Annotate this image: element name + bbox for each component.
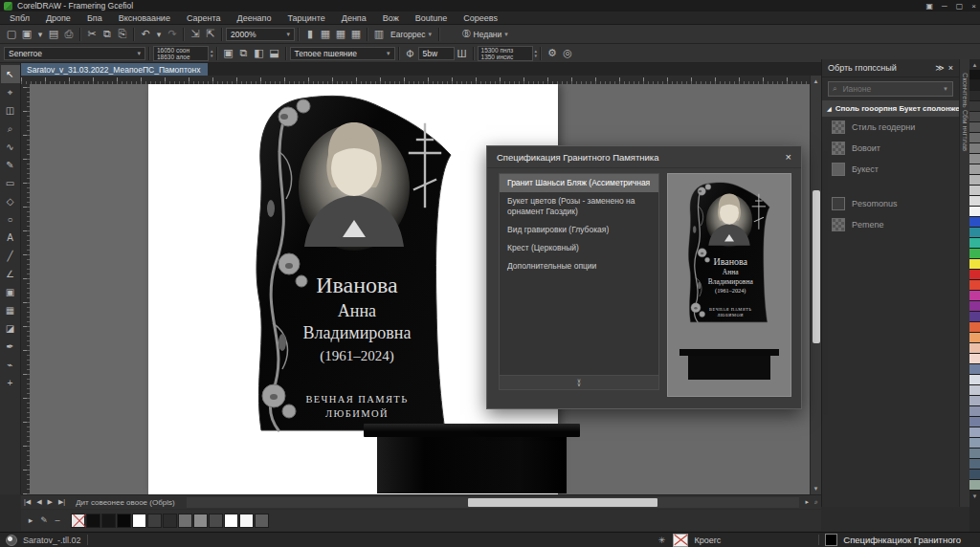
spec-item-options[interactable]: Дополнительные опции <box>500 257 658 275</box>
color-swatch[interactable] <box>969 354 980 364</box>
color-swatch[interactable] <box>969 196 980 207</box>
color-swatch[interactable] <box>209 514 223 528</box>
dialog-title-bar[interactable]: Спецификация Гранитного Памятника × <box>487 146 801 168</box>
color-swatch[interactable] <box>969 122 980 133</box>
docker-item-bouquet[interactable]: Вовоит <box>822 138 959 159</box>
canvas-vertical-scrollbar[interactable]: ▲ ▼ <box>810 76 821 494</box>
color-swatch[interactable] <box>969 449 980 459</box>
docker-close-icon[interactable]: × <box>948 63 953 73</box>
size-width-value[interactable]: 15300 пнлз <box>481 47 529 54</box>
color-swatch[interactable] <box>969 438 980 449</box>
next-page-button[interactable]: ▶ <box>45 498 56 506</box>
color-swatch[interactable] <box>969 207 980 217</box>
paste-icon[interactable]: ⎘ <box>115 27 130 42</box>
import-icon[interactable]: ⇲ <box>188 27 203 42</box>
palette-arrow-icon[interactable]: ▸ <box>25 514 36 526</box>
color-swatch[interactable] <box>969 396 980 406</box>
previous-page-button[interactable]: ◀ <box>33 498 44 506</box>
minimize-button[interactable]: ─ <box>942 2 947 11</box>
object-position-field[interactable]: 16050 соон 18630 алое ▴ ▾ <box>153 46 213 61</box>
rectangle-tool[interactable]: ▭ <box>1 174 20 192</box>
object-preset-combo[interactable]: Senerroe▾ <box>4 47 145 60</box>
color-swatch[interactable] <box>969 427 980 438</box>
save-icon[interactable]: ▤ <box>46 27 61 42</box>
document-tab[interactable]: Saratov_v_31.03.2022_МеапоеПС_Памоптонх <box>19 63 208 76</box>
position-y-value[interactable]: 18630 алое <box>157 54 205 60</box>
color-swatch[interactable] <box>969 228 980 238</box>
spec-item-cross[interactable]: Крест (Церковный) <box>500 239 658 257</box>
monument-preview[interactable] <box>683 182 775 350</box>
docker-collapse-icon[interactable]: ≫ <box>935 63 944 73</box>
color-swatch[interactable] <box>969 343 980 354</box>
spec-item-flowers[interactable]: Букет цветов (Розы - заменено на орнамен… <box>500 192 658 221</box>
redo-icon[interactable]: ↷ <box>165 27 180 42</box>
text-tool[interactable]: A <box>1 229 20 247</box>
spec-list-scroll-more[interactable]: ∨ ∨ <box>499 376 659 390</box>
fullscreen-preview-icon[interactable]: ▮ <box>302 27 318 42</box>
color-swatch[interactable] <box>969 459 980 470</box>
scroll-up-icon[interactable]: ▲ <box>811 76 821 87</box>
menu-tools[interactable]: Boutune <box>415 13 448 23</box>
menu-layout[interactable]: Вксноваание <box>119 13 170 23</box>
color-swatch[interactable] <box>969 301 980 312</box>
intersect-icon[interactable]: ⬓ <box>267 46 282 61</box>
cut-icon[interactable]: ✂ <box>84 27 100 42</box>
rotation-icon[interactable]: Ф <box>403 46 418 61</box>
artistic-media-tool[interactable]: ✎ <box>1 156 20 174</box>
eyedropper-tool[interactable]: ⌁ <box>1 356 20 374</box>
palette-eyedropper-icon[interactable]: ✎ <box>38 514 50 526</box>
titlebar-extra-icon[interactable]: ▣ <box>926 2 934 11</box>
curve-tool[interactable]: ∿ <box>1 138 20 156</box>
docker-side-tab[interactable]: Скончтень Сбм нчгтлав <box>959 59 969 507</box>
color-swatch[interactable] <box>969 101 980 112</box>
print-icon[interactable]: ⎙ <box>61 27 77 42</box>
color-swatch[interactable] <box>71 514 85 528</box>
color-swatch[interactable] <box>255 514 269 528</box>
color-swatch[interactable] <box>969 417 980 427</box>
color-swatch[interactable] <box>969 322 980 333</box>
menu-object[interactable]: Сарента <box>187 13 221 23</box>
menu-bitmaps[interactable]: Тарцинте <box>288 13 325 23</box>
color-swatch[interactable] <box>101 514 116 528</box>
mesh-tool[interactable]: ▦ <box>1 301 20 319</box>
color-swatch[interactable] <box>969 406 980 417</box>
polyline-tool[interactable]: ∠ <box>1 265 20 283</box>
docker-item-pemene[interactable]: Pemene <box>822 214 959 235</box>
menu-effects[interactable]: Деенапо <box>237 13 272 23</box>
docker-item-buket[interactable]: Букест <box>822 159 959 180</box>
color-swatch[interactable] <box>117 514 131 528</box>
menu-view[interactable]: Бпа <box>87 13 102 23</box>
line-tool[interactable]: ╱ <box>1 247 20 265</box>
rotation-angle-field[interactable]: 5bw <box>418 47 455 60</box>
show-grid-icon[interactable]: ▦ <box>333 27 348 42</box>
color-swatch[interactable] <box>147 514 162 528</box>
color-swatch[interactable] <box>969 217 980 228</box>
docker-group-header[interactable]: ◢ Споль гооорпня Букет сполонжеамный <box>822 100 959 117</box>
color-swatch[interactable] <box>239 514 254 528</box>
position-x-value[interactable]: 16050 соон <box>157 47 205 54</box>
color-swatch[interactable] <box>224 514 238 528</box>
page-tab-label[interactable]: Дит совеонее овоое (Обрls) <box>76 498 174 507</box>
color-swatch[interactable] <box>163 514 177 528</box>
settings-gear-icon[interactable]: ⚙ <box>545 46 560 61</box>
color-swatch[interactable] <box>969 312 980 322</box>
color-swatch[interactable] <box>178 514 192 528</box>
docker-item-resomonus[interactable]: Pesomonus <box>822 193 959 214</box>
show-rulers-icon[interactable]: ▦ <box>318 27 333 42</box>
ellipse-tool[interactable]: ○ <box>1 210 20 229</box>
search-input[interactable] <box>840 83 939 95</box>
dialog-close-icon[interactable]: × <box>786 151 791 163</box>
zoom-tool[interactable]: ⌕ <box>1 120 20 138</box>
menu-window[interactable]: Сореевs <box>463 13 498 23</box>
close-button[interactable]: × <box>971 2 976 11</box>
welcome-dropdown[interactable]: Ⓑ Недани ▾ <box>458 29 512 40</box>
color-swatch[interactable] <box>969 333 980 343</box>
vertical-scroll-thumb[interactable] <box>813 190 820 343</box>
horizontal-scrollbar[interactable] <box>187 497 799 508</box>
preset-dropdown[interactable]: Еагоррес▾ <box>387 30 435 39</box>
fill-none-indicator[interactable] <box>673 534 688 547</box>
trim-icon[interactable]: ◧ <box>252 46 267 61</box>
show-guidelines-icon[interactable]: ▦ <box>348 27 364 42</box>
spec-item-engraving[interactable]: Вид гравировки (Глубокая) <box>500 221 658 239</box>
color-swatch[interactable] <box>969 470 980 480</box>
